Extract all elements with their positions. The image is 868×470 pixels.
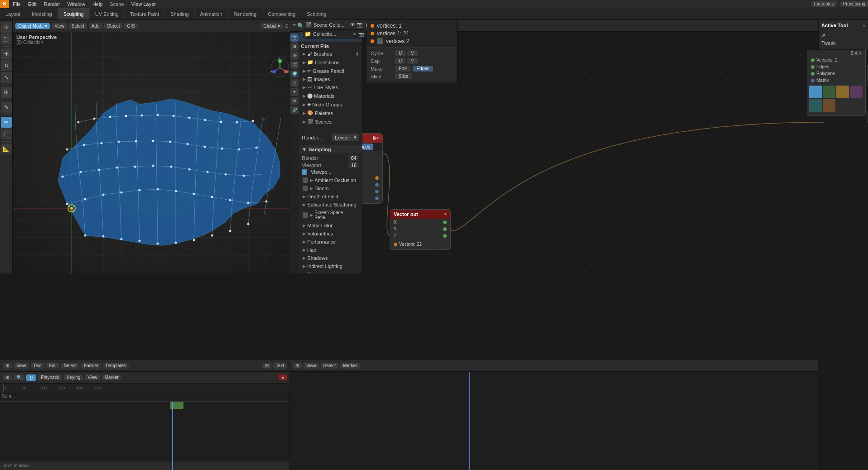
rp-ssr[interactable]: ▶ Screen Space Refle... [299,209,362,221]
active-tool-collapse[interactable]: ≡ [863,24,865,29]
tab-uv-editing[interactable]: UV Editing [90,8,125,19]
rp-tab-constraints[interactable]: 🔗 [290,106,299,114]
rp-sss[interactable]: ▶ Subsurface Scattering [299,201,362,209]
select-tool[interactable]: ⬚ [1,34,12,44]
rp-tab-particles[interactable]: ✦ [290,88,299,96]
cycle-v-btn[interactable]: V [407,50,418,56]
gis-btn[interactable]: GIS [124,23,137,29]
cap-v-btn[interactable]: V [407,58,418,64]
tl-text-btn[interactable]: Text [31,363,44,369]
rp-indirect[interactable]: ▶ Indirect Lighting [299,262,362,270]
timeline-content[interactable]: Sum... [0,393,289,470]
rp-tab-output[interactable]: 🖥 [290,43,299,51]
mesh-viewport[interactable]: Y X Z [13,32,303,273]
fb-grease-pencil[interactable]: ▶ ✏ Grease Pencil [299,67,362,75]
lr-view-btn[interactable]: View [304,363,319,369]
rp-bloom[interactable]: ▶ Bloom [299,184,362,192]
tab-layout[interactable]: Layout [0,8,26,19]
add-btn[interactable]: Add [89,23,102,29]
rp-ao-checkbox[interactable] [303,177,308,183]
fb-line-styles[interactable]: ▶ 〰 Line Styles [299,83,362,91]
rp-tab-scene[interactable]: 🎬 [290,61,299,69]
fb-images[interactable]: ▶ 🖼 Images [299,75,362,83]
rp-render-value[interactable]: 64 [348,155,359,161]
rp-tab-view[interactable]: 👁 [290,52,299,60]
tab-animation[interactable]: Animation [195,8,228,19]
rp-tab-world[interactable]: 🌍 [290,70,299,78]
rp-viewport-value[interactable]: 16 [348,162,359,168]
make-poles-btn[interactable]: Pols [395,66,411,72]
rp-ssr-checkbox[interactable] [303,212,308,218]
transform-tool[interactable]: ⊞ [1,87,12,98]
menu-file[interactable]: File [9,0,24,8]
tl-record-btn[interactable]: ● [279,374,287,380]
slice-btn[interactable]: Slice [395,73,412,79]
measure-tool[interactable]: 📐 [1,144,12,154]
rp-tab-render[interactable]: 📷 [290,34,299,42]
lr-select-btn[interactable]: Select [321,363,339,369]
tl-select-btn[interactable]: Select [61,363,79,369]
tl-marker-btn[interactable]: Marker [102,374,121,380]
rp-ambient-occlusion[interactable]: ▶ Ambient Occlusion [299,176,362,184]
select-btn[interactable]: Select [69,23,87,29]
fb-palettes[interactable]: ▶ 🎨 Palettes [299,109,362,117]
rp-tab-physics[interactable]: ⚙ [290,97,299,105]
active-tool-tweak[interactable]: Tweak [821,39,865,47]
tab-shading[interactable]: Shading [165,8,194,19]
rp-bloom-checkbox[interactable] [303,186,308,191]
fb-brushes[interactable]: ▶ 🖌 Brushes 4 [299,50,362,58]
rp-icon-1[interactable]: ≡ [293,23,296,29]
tab-sculpting[interactable]: Sculpting [58,8,90,19]
tab-texture-paint[interactable]: Texture Paint [125,8,165,19]
fb-collections[interactable]: ▶ 📁 Collections [299,58,362,67]
fb-materials[interactable]: ▶ ⬤ Materials [299,91,362,100]
menu-edit[interactable]: Edit [24,0,40,8]
object-mode-btn[interactable]: Object Mode ▾ [15,23,50,29]
lr-marker-btn[interactable]: Marker [340,363,360,369]
tl-frame-display[interactable]: 0 [26,374,36,381]
vector-out-node[interactable]: Vector out × X Y Z Vectors: 22 [390,209,451,250]
cap-u-btn[interactable]: U [395,58,405,64]
scene-collection-item[interactable]: 📁 Collectio... 👁 📷 [303,30,366,38]
examples-btn[interactable]: Examples [811,1,837,7]
tl-templates-btn[interactable]: Templates [103,363,129,369]
rp-sampling-header[interactable]: ▼ Sampling [299,145,362,153]
tl-view-btn[interactable]: View [14,363,29,369]
tl-view-btn2[interactable]: View [85,374,100,380]
rp-motion-blur[interactable]: ▶ Motion Blur [299,221,362,230]
menu-render[interactable]: Render [40,0,64,8]
make-edges-btn[interactable]: Edges [413,66,433,72]
tl-playback-btn[interactable]: Playback [38,374,62,380]
rp-engine-select[interactable]: Eevee ▾ [332,134,359,141]
draw-tool[interactable]: ✏ [1,117,12,128]
tab-rendering[interactable]: Rendering [228,8,262,19]
rp-performance[interactable]: ▶ Performance [299,238,362,246]
rp-viewport-checkbox[interactable]: ✓ [302,169,307,175]
tab-modeling[interactable]: Modeling [26,8,58,19]
annotate-tool[interactable]: ✎ [1,102,12,113]
cycle-u-btn[interactable]: U [395,50,405,56]
scale-tool[interactable]: ⤡ [1,72,12,83]
rp-film[interactable]: ▶ Film [299,270,362,273]
rp-volumetrics[interactable]: ▶ Volumetrics [299,230,362,238]
fb-node-groups[interactable]: ▶ ◈ Node Groups [299,100,362,109]
tl-keying-btn[interactable]: Keying [64,374,83,380]
view-btn[interactable]: View [52,23,67,29]
tl-search-icon[interactable]: 🔍 [14,374,24,380]
tl-format-btn[interactable]: Format [81,363,101,369]
menu-help[interactable]: Help [89,0,106,8]
fb-scenes[interactable]: ▶ 🎬 Scenes [299,117,362,126]
object-btn[interactable]: Object [104,23,123,29]
rp-dof[interactable]: ▶ Depth of Field [299,192,362,201]
rp-tab-object[interactable]: ⬡ [290,79,299,87]
rp-shadows[interactable]: ▶ Shadows [299,254,362,262]
move-tool[interactable]: ✛ [1,48,12,59]
tl-edit-btn[interactable]: Edit [46,363,59,369]
tab-compositing[interactable]: Compositing [262,8,301,19]
rotate-tool[interactable]: ↻ [1,60,12,71]
global-transform[interactable]: Global ▾ [260,23,283,29]
erase-tool[interactable]: ◻ [1,129,12,139]
rp-hair[interactable]: ▶ Hair [299,246,362,254]
tab-scripting[interactable]: Scripting [301,8,332,19]
tl-mode-icon[interactable]: ⊞ [3,374,12,380]
